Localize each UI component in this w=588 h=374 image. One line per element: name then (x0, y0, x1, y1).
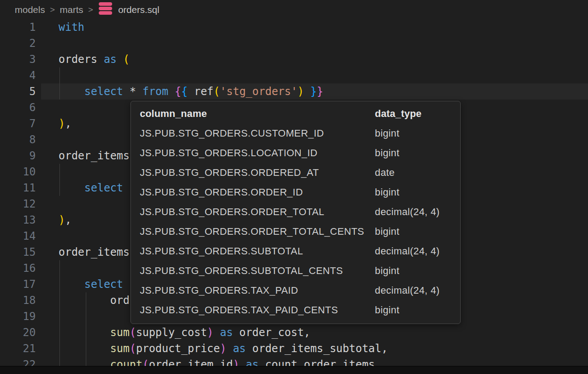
line-number[interactable]: 18 (0, 292, 36, 308)
code-text[interactable] (36, 132, 59, 148)
code-line-21[interactable]: 21 sum(product_price) as order_items_sub… (0, 341, 588, 357)
popup-cell-column-name: JS.PUB.STG_ORDERS.ORDER_TOTAL_CENTS (140, 226, 375, 237)
line-number[interactable]: 9 (0, 148, 36, 164)
chevron-right-icon: > (88, 5, 93, 15)
popup-row: JS.PUB.STG_ORDERS.ORDER_TOTAL_CENTSbigin… (140, 222, 451, 241)
code-text[interactable]: select * from {{ ref('stg_orders') }} (36, 83, 323, 100)
code-text[interactable]: orders as ( (36, 51, 130, 67)
code-text[interactable]: with (36, 19, 84, 35)
breadcrumb-item-models[interactable]: models (15, 4, 45, 15)
line-number[interactable]: 14 (0, 228, 36, 244)
line-number[interactable]: 6 (0, 100, 36, 116)
line-number[interactable]: 3 (0, 51, 36, 67)
indent-guide (59, 260, 60, 366)
breadcrumb-item-file[interactable]: orders.sql (118, 4, 159, 15)
line-number[interactable]: 21 (0, 341, 36, 357)
code-line-2[interactable]: 2 (0, 35, 588, 51)
column-info-popup: column_name data_type JS.PUB.STG_ORDERS.… (130, 101, 461, 324)
popup-cell-data-type: bigint (375, 265, 451, 277)
code-text[interactable]: ), (36, 212, 71, 228)
popup-row: JS.PUB.STG_ORDERS.CUSTOMER_IDbigint (140, 124, 451, 143)
popup-cell-column-name: JS.PUB.STG_ORDERS.ORDERED_AT (140, 167, 375, 179)
popup-header-row: column_name data_type (140, 104, 451, 124)
code-line-20[interactable]: 20 sum(supply_cost) as order_cost, (0, 324, 588, 341)
code-text[interactable]: ord (36, 292, 130, 308)
bottom-panel-strip (0, 366, 588, 374)
code-line-3[interactable]: 3orders as ( (0, 51, 588, 67)
indent-guide (59, 67, 60, 100)
popup-cell-data-type: decimal(24, 4) (375, 285, 451, 296)
line-number[interactable]: 8 (0, 132, 36, 148)
code-line-5[interactable]: 5 select * from {{ ref('stg_orders') }} (0, 83, 588, 100)
code-text[interactable]: sum(supply_cost) as order_cost, (36, 324, 311, 341)
line-number[interactable]: 4 (0, 67, 36, 83)
code-text[interactable] (36, 196, 59, 212)
line-number[interactable]: 5 (0, 83, 36, 100)
code-text[interactable] (36, 308, 59, 324)
popup-cell-column-name: JS.PUB.STG_ORDERS.SUBTOTAL_CENTS (140, 265, 375, 277)
line-number[interactable]: 1 (0, 19, 36, 35)
code-text[interactable]: select (36, 180, 123, 196)
line-number[interactable]: 15 (0, 244, 36, 260)
popup-cell-column-name: JS.PUB.STG_ORDERS.TAX_PAID_CENTS (140, 304, 375, 316)
popup-cell-column-name: JS.PUB.STG_ORDERS.TAX_PAID (140, 285, 375, 296)
code-text[interactable]: select (36, 276, 123, 292)
code-text[interactable]: order_items (36, 244, 130, 260)
popup-cell-data-type: bigint (375, 128, 451, 139)
popup-cell-column-name: JS.PUB.STG_ORDERS.ORDER_ID (140, 187, 375, 198)
code-text[interactable] (36, 100, 59, 116)
popup-cell-data-type: bigint (375, 187, 451, 198)
breadcrumb-item-marts[interactable]: marts (60, 4, 84, 15)
line-number[interactable]: 16 (0, 260, 36, 276)
code-text[interactable] (36, 228, 59, 244)
popup-header-data-type: data_type (375, 108, 451, 120)
popup-row: JS.PUB.STG_ORDERS.TAX_PAID_CENTSbigint (140, 300, 451, 320)
popup-cell-data-type: bigint (375, 226, 451, 237)
breadcrumb: models > marts > orders.sql (0, 0, 588, 19)
popup-row: JS.PUB.STG_ORDERS.TAX_PAIDdecimal(24, 4) (140, 281, 451, 300)
popup-row: JS.PUB.STG_ORDERS.LOCATION_IDbigint (140, 143, 451, 163)
code-text[interactable]: ), (36, 116, 71, 132)
code-text[interactable] (36, 164, 59, 180)
popup-rows: JS.PUB.STG_ORDERS.CUSTOMER_IDbigintJS.PU… (140, 124, 451, 320)
line-number[interactable]: 17 (0, 276, 36, 292)
indent-guide (59, 164, 60, 196)
popup-cell-column-name: JS.PUB.STG_ORDERS.LOCATION_ID (140, 147, 375, 159)
chevron-right-icon: > (50, 5, 55, 15)
line-number[interactable]: 10 (0, 164, 36, 180)
popup-row: JS.PUB.STG_ORDERS.ORDER_IDbigint (140, 183, 451, 202)
line-number[interactable]: 7 (0, 116, 36, 132)
popup-cell-column-name: JS.PUB.STG_ORDERS.CUSTOMER_ID (140, 128, 375, 139)
code-line-4[interactable]: 4 (0, 67, 588, 83)
code-text[interactable] (36, 67, 59, 83)
popup-cell-data-type: bigint (375, 304, 451, 316)
line-number[interactable]: 19 (0, 308, 36, 324)
code-text[interactable]: sum(product_price) as order_items_subtot… (36, 341, 388, 357)
code-text[interactable] (36, 35, 59, 51)
database-icon (97, 1, 113, 18)
line-number[interactable]: 12 (0, 196, 36, 212)
popup-row: JS.PUB.STG_ORDERS.ORDERED_ATdate (140, 163, 451, 183)
popup-cell-data-type: decimal(24, 4) (375, 245, 451, 257)
popup-cell-data-type: decimal(24, 4) (375, 206, 451, 218)
code-line-1[interactable]: 1with (0, 19, 588, 35)
popup-row: JS.PUB.STG_ORDERS.SUBTOTAL_CENTSbigint (140, 261, 451, 281)
line-number[interactable]: 20 (0, 324, 36, 341)
popup-cell-data-type: date (375, 167, 451, 179)
line-number[interactable]: 13 (0, 212, 36, 228)
popup-cell-data-type: bigint (375, 147, 451, 159)
code-text[interactable] (36, 260, 59, 276)
popup-cell-column-name: JS.PUB.STG_ORDERS.SUBTOTAL (140, 245, 375, 257)
code-text[interactable]: order_items (36, 148, 130, 164)
popup-row: JS.PUB.STG_ORDERS.SUBTOTALdecimal(24, 4) (140, 241, 451, 261)
indent-guide (86, 292, 86, 366)
popup-cell-column-name: JS.PUB.STG_ORDERS.ORDER_TOTAL (140, 206, 375, 218)
line-number[interactable]: 11 (0, 180, 36, 196)
popup-row: JS.PUB.STG_ORDERS.ORDER_TOTALdecimal(24,… (140, 202, 451, 222)
popup-header-column-name: column_name (140, 108, 375, 120)
line-number[interactable]: 2 (0, 35, 36, 51)
